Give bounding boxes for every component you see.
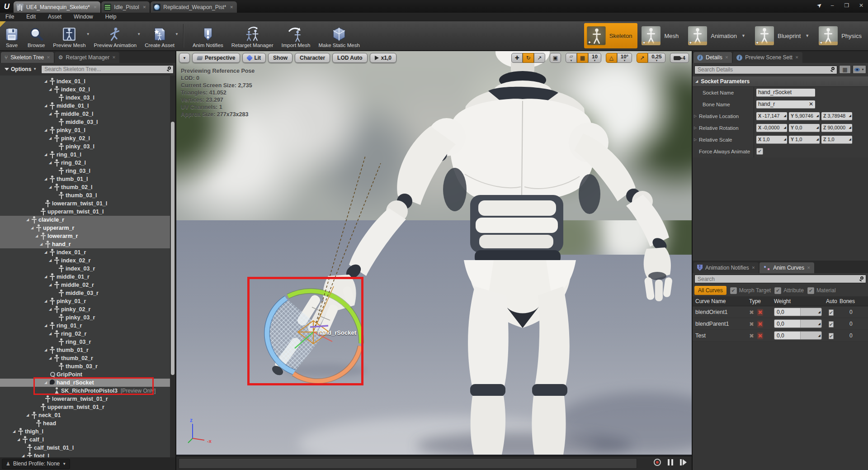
- expanded-arrow-icon[interactable]: ◢: [48, 283, 52, 287]
- expanded-arrow-icon[interactable]: ◢: [48, 332, 52, 336]
- expand-arrow-icon[interactable]: ▷: [694, 138, 697, 142]
- close-tab-icon[interactable]: ✕: [94, 5, 97, 9]
- expanded-arrow-icon[interactable]: ◢: [43, 348, 48, 352]
- retarget-manager-button[interactable]: Retarget Manager: [227, 21, 278, 50]
- scale-snap-value-button[interactable]: 0,25▼: [648, 53, 665, 63]
- rotation-snap-value-button[interactable]: 10°▼: [617, 53, 632, 63]
- grid-snap-value-button[interactable]: 10▼: [588, 53, 601, 63]
- import-mesh-button[interactable]: Import Mesh: [277, 21, 314, 50]
- tab-anim-curves[interactable]: Anim Curves✕: [760, 262, 814, 273]
- tab-details[interactable]: iDetails✕: [693, 52, 732, 63]
- expanded-arrow-icon[interactable]: ◢: [43, 250, 48, 254]
- close-tab-icon[interactable]: ✕: [143, 5, 146, 9]
- close-tab-icon[interactable]: ✕: [112, 55, 116, 60]
- browse-button[interactable]: Browse: [24, 21, 49, 50]
- skeleton-tree-search-input[interactable]: [41, 65, 174, 74]
- socket-parameters-section-header[interactable]: ◢ Socket Parameters: [693, 76, 868, 87]
- close-tab-icon[interactable]: ✕: [725, 55, 729, 60]
- tab-animation-notifies[interactable]: !Animation Notifies✕: [693, 262, 759, 273]
- attribute-checkbox[interactable]: ✔: [774, 287, 781, 294]
- tree-item-grippoint[interactable]: GripPoint: [0, 370, 175, 379]
- tree-item-ring-03-r[interactable]: ring_03_r: [0, 338, 175, 346]
- doc-tab-idle-pistol[interactable]: Idle_Pistol✕: [101, 1, 150, 13]
- material-off-icon[interactable]: ✖: [757, 332, 763, 339]
- expanded-arrow-icon[interactable]: ◢: [48, 136, 52, 140]
- expanded-arrow-icon[interactable]: ◢: [43, 104, 48, 108]
- expanded-arrow-icon[interactable]: ◢: [48, 356, 52, 360]
- expanded-arrow-icon[interactable]: ◢: [39, 242, 43, 246]
- tree-item-lowerarm-twist-01-r[interactable]: lowerarm_twist_01_r: [0, 395, 175, 403]
- viewport-x1-0-button[interactable]: x1,0: [370, 53, 396, 63]
- expanded-arrow-icon[interactable]: ◢: [48, 185, 52, 189]
- menu-edit[interactable]: Edit: [26, 14, 36, 20]
- coordinate-system-button[interactable]: ▣: [550, 53, 561, 63]
- force-always-animate-checkbox[interactable]: ✔: [756, 148, 763, 155]
- grid-snap-toggle[interactable]: ▦: [577, 53, 588, 63]
- create-asset-button[interactable]: ▼Create Asset: [141, 21, 179, 50]
- tree-item-ring-01-l[interactable]: ◢ring_01_l: [0, 151, 175, 159]
- viewport-show-button[interactable]: Show: [268, 53, 292, 63]
- close-button[interactable]: ✕: [857, 2, 865, 9]
- tree-item-upperarm-twist-01-l[interactable]: upperarm_twist_01_l: [0, 208, 175, 216]
- property-matrix-button[interactable]: ▦: [839, 65, 851, 74]
- tree-item-head[interactable]: head: [0, 419, 175, 427]
- viewport-lod-auto-button[interactable]: LOD Auto: [332, 53, 368, 63]
- tree-item-thumb-02-l[interactable]: ◢thumb_02_l: [0, 183, 175, 191]
- make-static-mesh-button[interactable]: Make Static Mesh: [314, 21, 363, 50]
- expanded-arrow-icon[interactable]: ◢: [43, 299, 48, 303]
- close-tab-icon[interactable]: ✕: [807, 266, 811, 270]
- tree-item-lowerarm-r[interactable]: ◢lowerarm_r: [0, 232, 175, 240]
- tree-item-sk-richprotopistol3[interactable]: SK_RichProtoPistol3[Preview Only]: [0, 387, 175, 395]
- all-curves-button[interactable]: All Curves: [694, 286, 726, 295]
- menu-asset[interactable]: Asset: [48, 14, 61, 20]
- tree-item-pinky-02-r[interactable]: ◢pinky_02_r: [0, 305, 175, 313]
- tree-item-thumb-03-r[interactable]: thumb_03_r: [0, 362, 175, 370]
- tree-item-index-01-r[interactable]: ◢index_01_r: [0, 248, 175, 256]
- mode-physics[interactable]: ✦Physics: [816, 23, 867, 48]
- filter-material[interactable]: ✔Material: [807, 287, 836, 294]
- expanded-arrow-icon[interactable]: ◢: [16, 437, 21, 442]
- tree-item-index-02-l[interactable]: ◢index_02_l: [0, 85, 175, 94]
- tree-item-pinky-03-r[interactable]: pinky_03_r: [0, 313, 175, 322]
- expanded-arrow-icon[interactable]: ◢: [43, 152, 48, 157]
- material-checkbox[interactable]: ✔: [807, 287, 814, 294]
- anim-notifies-button[interactable]: Anim Notifies: [189, 21, 227, 50]
- mode-blueprint[interactable]: ✦Blueprint▼: [752, 23, 815, 48]
- expanded-arrow-icon[interactable]: ◢: [48, 307, 52, 311]
- menu-window[interactable]: Window: [74, 14, 93, 20]
- expanded-arrow-icon[interactable]: ◢: [48, 161, 52, 165]
- mode-mesh[interactable]: ✦Mesh: [639, 23, 684, 48]
- tree-item-thumb-03-l[interactable]: thumb_03_l: [0, 191, 175, 199]
- tree-item-middle-01-r[interactable]: ◢middle_01_r: [0, 273, 175, 281]
- details-search-input[interactable]: [694, 66, 837, 74]
- relative_rotation-z-field[interactable]: Z90,0000◢: [821, 124, 852, 132]
- tree-item-index-03-l[interactable]: index_03_l: [0, 94, 175, 102]
- tree-item-thigh-l[interactable]: ◢thigh_l: [0, 427, 175, 436]
- expanded-arrow-icon[interactable]: ◢: [12, 429, 16, 433]
- tree-item-ring-02-r[interactable]: ◢ring_02_r: [0, 330, 175, 338]
- auto-checkbox[interactable]: ✔: [829, 321, 834, 328]
- tree-item-lowerarm-twist-01-l[interactable]: lowerarm_twist_01_l: [0, 199, 175, 208]
- curve-row-blendorient1[interactable]: blendOrient1✖✖0,0◢✔0: [693, 306, 868, 318]
- tree-item-pinky-03-l[interactable]: pinky_03_l: [0, 142, 175, 151]
- expanded-arrow-icon[interactable]: ◢: [43, 323, 48, 328]
- rotation-snap-toggle[interactable]: △: [606, 53, 617, 63]
- doc-tab-replicated-weapon-pist[interactable]: Replicated_Weapon_Pist*✕: [151, 1, 237, 13]
- expanded-arrow-icon[interactable]: ◢: [43, 79, 48, 83]
- step-forward-button[interactable]: [680, 459, 687, 465]
- tree-item-thumb-01-l[interactable]: ◢thumb_01_l: [0, 175, 175, 183]
- curves-search-input[interactable]: [694, 275, 866, 283]
- tree-item-middle-03-r[interactable]: middle_03_r: [0, 289, 175, 297]
- expand-arrow-icon[interactable]: ▷: [694, 114, 697, 118]
- translate-tool-button[interactable]: ✚: [511, 53, 523, 63]
- tree-item-calf-l[interactable]: ◢calf_l: [0, 436, 175, 444]
- tree-item-index-02-r[interactable]: ◢index_02_r: [0, 256, 175, 265]
- morph-target-off-icon[interactable]: ✖: [749, 332, 754, 339]
- material-off-icon[interactable]: ✖: [757, 321, 763, 328]
- weight-spinbox[interactable]: 0,0◢: [774, 308, 822, 316]
- weight-spinbox[interactable]: 0,0◢: [774, 331, 822, 340]
- expanded-arrow-icon[interactable]: ◢: [43, 275, 48, 279]
- tab-preview-scene-sett[interactable]: iPreview Scene Sett✕: [733, 52, 802, 63]
- tree-item-middle-01-l[interactable]: ◢middle_01_l: [0, 102, 175, 110]
- expanded-arrow-icon[interactable]: ◢: [43, 380, 48, 385]
